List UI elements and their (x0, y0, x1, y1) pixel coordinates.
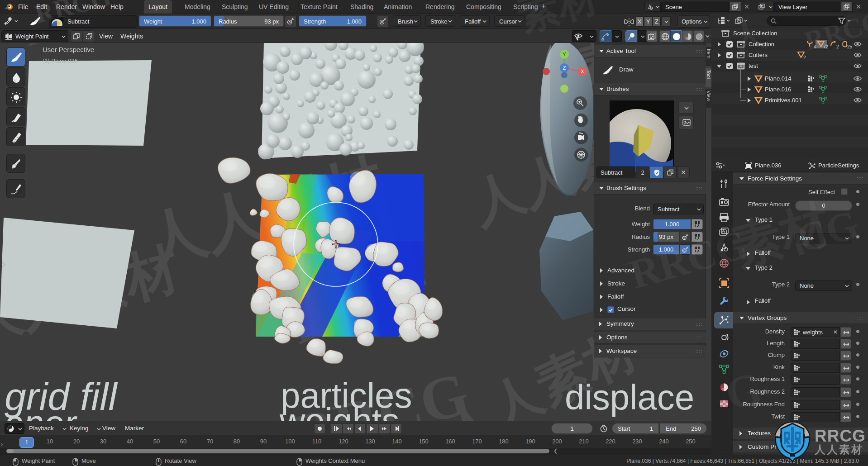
svg-text:anor: anor (4, 403, 77, 421)
svg-text:displace: displace (565, 377, 694, 417)
svg-text:(1) Plane.036: (1) Plane.036 (43, 57, 78, 64)
svg-text:人人素材: 人人素材 (814, 443, 863, 456)
svg-text:X: X (581, 69, 584, 74)
svg-text:weights: weights (279, 401, 399, 421)
svg-text:RRCG: RRCG (815, 427, 866, 445)
svg-text:User Perspective: User Perspective (43, 46, 94, 53)
svg-text:Z: Z (563, 65, 566, 71)
svg-text:Y: Y (563, 52, 566, 57)
